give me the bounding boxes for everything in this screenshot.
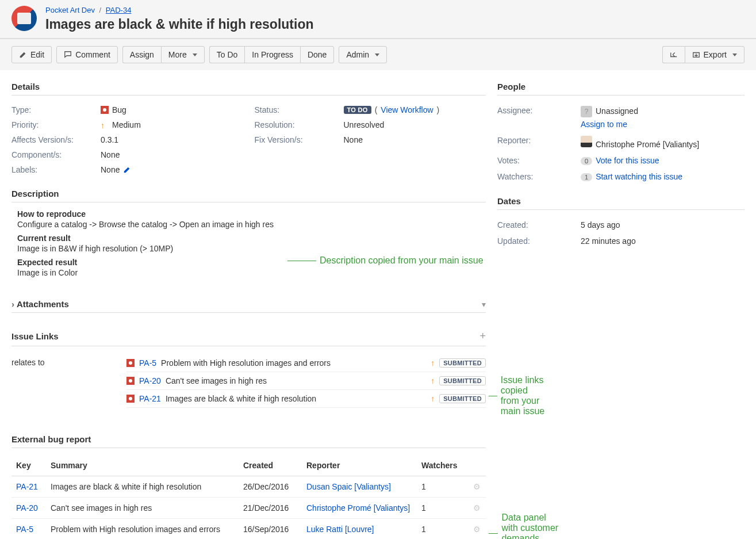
components-label: Component/s: <box>11 150 101 159</box>
share-button[interactable] <box>662 46 685 63</box>
gear-icon[interactable]: ⚙ <box>473 482 481 491</box>
reporter-label: Reporter: <box>497 136 581 145</box>
done-button[interactable]: Done <box>300 46 334 63</box>
col-key: Key <box>11 455 46 476</box>
gear-icon[interactable]: ⚙ <box>473 525 481 534</box>
assign-to-me-link[interactable]: Assign to me <box>581 120 745 129</box>
annotation-panel: Data panel with customer demands details <box>489 513 559 539</box>
ext-reporter[interactable]: Luke Ratti [Louvre] <box>306 525 374 534</box>
assignee-value: Unassigned <box>596 106 638 116</box>
link-row: PA-20Can't see images in high res↑SUBMIT… <box>126 372 486 390</box>
priority-medium-icon: ↑ <box>101 121 109 129</box>
link-status: SUBMITTED <box>439 394 486 403</box>
ext-created: 16/Sep/2016 <box>239 519 302 540</box>
annotation-description: Description copied from your main issue <box>287 255 483 266</box>
created-value: 5 days ago <box>581 220 620 230</box>
breadcrumb-issue-key[interactable]: PAD-34 <box>106 6 132 14</box>
plus-icon[interactable]: + <box>479 330 486 342</box>
ext-summary: Can't see images in high res <box>46 498 239 519</box>
ext-watchers: 1 <box>417 519 469 540</box>
details-header: Details <box>11 70 486 95</box>
pencil-icon <box>19 51 27 59</box>
admin-button[interactable]: Admin <box>339 46 387 63</box>
ext-key[interactable]: PA-21 <box>16 482 38 491</box>
link-summary: Problem with High resolution images and … <box>161 358 426 368</box>
reporter-value: Christophe Promé [Valiantys] <box>596 140 699 149</box>
chevron-down-icon[interactable]: ▾ <box>482 300 486 309</box>
ext-created: 21/Dec/2016 <box>239 498 302 519</box>
chevron-down-icon <box>193 53 197 56</box>
link-key[interactable]: PA-5 <box>139 358 156 368</box>
edit-button[interactable]: Edit <box>11 46 52 63</box>
ext-key[interactable]: PA-5 <box>16 525 33 534</box>
ext-summary: Problem with High resolution images and … <box>46 519 239 540</box>
gear-icon[interactable]: ⚙ <box>473 503 481 513</box>
vote-link[interactable]: Vote for this issue <box>596 156 659 165</box>
people-header: People <box>497 70 745 95</box>
ext-reporter[interactable]: Dusan Spaic [Valiantys] <box>306 482 391 491</box>
export-button[interactable]: Export <box>685 46 745 63</box>
priority-icon: ↑ <box>431 394 435 403</box>
attachments-header[interactable]: Attachments ▾ <box>11 288 486 313</box>
table-row: PA-21Images are black & white if high re… <box>11 476 486 498</box>
breadcrumb-project[interactable]: Pocket Art Dev <box>45 6 95 14</box>
link-summary: Can't see images in high res <box>166 376 426 385</box>
ext-key[interactable]: PA-20 <box>16 503 38 513</box>
comment-button[interactable]: Comment <box>56 46 118 63</box>
todo-button[interactable]: To Do <box>209 46 245 63</box>
votes-count: 0 <box>581 157 592 165</box>
resolution-value: Unresolved <box>344 120 385 129</box>
inprogress-button[interactable]: In Progress <box>244 46 300 63</box>
link-status: SUBMITTED <box>439 358 486 368</box>
issue-toolbar: Edit Comment Assign More To Do In Progre… <box>0 39 756 70</box>
components-value: None <box>101 150 120 159</box>
assign-button[interactable]: Assign <box>122 46 161 63</box>
ext-created: 26/Dec/2016 <box>239 476 302 498</box>
more-button[interactable]: More <box>161 46 205 63</box>
link-key[interactable]: PA-20 <box>139 376 161 385</box>
watchers-count: 1 <box>581 173 592 181</box>
bug-icon <box>126 395 135 403</box>
bug-icon <box>101 106 109 114</box>
avatar: ? <box>581 106 592 117</box>
type-value: Bug <box>112 105 126 114</box>
bug-icon <box>126 359 135 367</box>
col-watchers: Watchers <box>417 455 469 476</box>
project-avatar <box>11 6 37 31</box>
ext-reporter[interactable]: Christophe Promé [Valiantys] <box>306 503 410 513</box>
external-header: External bug report <box>11 423 486 448</box>
col-created: Created <box>239 455 302 476</box>
comment-icon <box>64 51 72 59</box>
external-bug-table: Key Summary Created Reporter Watchers PA… <box>11 455 486 539</box>
labels-value: None <box>101 165 120 174</box>
ext-watchers: 1 <box>417 498 469 519</box>
status-label: Status: <box>255 105 344 114</box>
table-row: PA-20Can't see images in high res21/Dec/… <box>11 498 486 519</box>
updated-value: 22 minutes ago <box>581 236 636 246</box>
avatar <box>581 136 592 147</box>
status-value: TO DO <box>344 106 371 114</box>
issue-links-header: Issue Links <box>11 331 59 341</box>
created-label: Created: <box>497 220 581 230</box>
link-key[interactable]: PA-21 <box>139 394 161 403</box>
pencil-icon[interactable] <box>123 166 131 174</box>
breadcrumb: Pocket Art Dev / PAD-34 <box>45 6 314 14</box>
watch-link[interactable]: Start watching this issue <box>596 172 682 181</box>
annotation-links: Issue links copied from your main issue <box>489 375 548 416</box>
col-summary: Summary <box>46 455 239 476</box>
view-workflow-link[interactable]: View Workflow <box>381 105 433 114</box>
col-reporter: Reporter <box>302 455 417 476</box>
dates-header: Dates <box>497 185 745 210</box>
votes-label: Votes: <box>497 156 581 165</box>
priority-icon: ↑ <box>431 376 435 385</box>
fixversion-value: None <box>344 135 363 144</box>
link-row: PA-5Problem with High resolution images … <box>126 354 486 372</box>
table-row: PA-5Problem with High resolution images … <box>11 519 486 540</box>
export-icon <box>692 51 700 59</box>
ext-watchers: 1 <box>417 476 469 498</box>
labels-label: Labels: <box>11 165 101 174</box>
priority-icon: ↑ <box>431 358 435 368</box>
affects-value: 0.3.1 <box>101 135 118 144</box>
priority-label: Priority: <box>11 120 101 129</box>
link-status: SUBMITTED <box>439 376 486 385</box>
